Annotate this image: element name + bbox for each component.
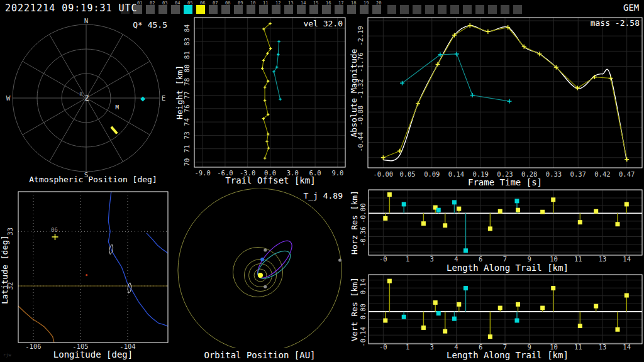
data-point-marker bbox=[464, 286, 468, 290]
shower-code: GEM bbox=[623, 3, 639, 13]
x-tick-label: 6 bbox=[479, 255, 482, 263]
frame-box-label: 11 bbox=[263, 1, 268, 6]
compass-n: N bbox=[84, 17, 89, 25]
watermark: rjw bbox=[3, 353, 11, 358]
data-point-marker bbox=[452, 317, 457, 321]
frame-box-13[interactable] bbox=[284, 5, 293, 14]
frame-box-label: 14 bbox=[301, 1, 306, 6]
frame-box-04[interactable] bbox=[171, 5, 180, 14]
data-point-marker bbox=[433, 300, 438, 305]
frame-box-label: 16 bbox=[326, 1, 331, 6]
data-point-marker bbox=[383, 318, 387, 322]
data-point-marker bbox=[594, 209, 598, 214]
velocity-annotation: vel 32.0 bbox=[280, 19, 343, 28]
frame-box-label: 07 bbox=[213, 1, 218, 6]
horz-res-panel: -013467910111314-0.00-0.36Horz Res [km] bbox=[350, 190, 642, 263]
data-point-marker bbox=[540, 305, 545, 310]
venus-body bbox=[264, 285, 267, 288]
data-point-marker bbox=[383, 216, 387, 221]
data-point-marker bbox=[402, 315, 406, 319]
frame-box-extra[interactable] bbox=[425, 5, 434, 14]
frame-box-label: 05 bbox=[187, 1, 192, 6]
svg-text:Absolute Magnitude: Absolute Magnitude bbox=[349, 48, 358, 137]
frame-box-extra[interactable] bbox=[513, 5, 522, 14]
compass-e: E bbox=[162, 94, 166, 102]
frame-box-08[interactable] bbox=[221, 5, 230, 14]
svg-text:84: 84 bbox=[183, 25, 191, 33]
svg-text:-2.19: -2.19 bbox=[357, 26, 364, 46]
q-star-annotation: Q* 45.5 bbox=[123, 20, 167, 30]
horz-res-xlabel: Length Along Trail [km] bbox=[447, 263, 564, 273]
frame-box-16[interactable] bbox=[322, 5, 331, 14]
data-point-marker bbox=[464, 248, 468, 253]
frame-box-label: 03 bbox=[162, 1, 167, 6]
frame-box-extra[interactable] bbox=[400, 5, 409, 14]
data-point-marker bbox=[436, 311, 441, 315]
frame-box-03[interactable] bbox=[158, 5, 167, 14]
data-point-marker bbox=[578, 220, 582, 224]
frame-box-label: 08 bbox=[225, 1, 230, 6]
frame-box-19[interactable] bbox=[360, 5, 369, 14]
frame-box-extra[interactable] bbox=[387, 5, 396, 14]
data-point-marker bbox=[578, 324, 582, 328]
frame-box-extra[interactable] bbox=[475, 5, 484, 14]
frame-box-label: 13 bbox=[288, 1, 293, 6]
orbit-graphics bbox=[178, 189, 341, 352]
frame-box-extra[interactable] bbox=[501, 5, 509, 14]
svg-text:70: 70 bbox=[183, 158, 191, 167]
frame-box-extra[interactable] bbox=[413, 5, 421, 14]
frame-box-14[interactable] bbox=[297, 5, 306, 14]
frame-box-05[interactable] bbox=[184, 5, 192, 14]
frame-box-09[interactable] bbox=[234, 5, 243, 14]
frame-box-label: 17 bbox=[338, 1, 343, 6]
app-screen: NSWERZM-9.0-6.0-3.00.03.06.09.0707173747… bbox=[0, 0, 644, 362]
mass-annotation: mass -2.58 bbox=[566, 18, 640, 28]
frame-box-18[interactable] bbox=[347, 5, 356, 14]
svg-text:0.14: 0.14 bbox=[359, 278, 367, 294]
atmospheric-xlabel: Atmospheric Position [deg] bbox=[18, 175, 169, 184]
frame-box-06[interactable] bbox=[196, 5, 205, 14]
frame-box-12[interactable] bbox=[272, 5, 280, 14]
data-point-marker bbox=[498, 305, 502, 310]
plot-frame bbox=[18, 192, 168, 343]
sun-body bbox=[258, 273, 263, 278]
tisserand-annotation: T_j 4.89 bbox=[286, 191, 343, 200]
frame-box-extra[interactable] bbox=[450, 5, 459, 14]
x-tick-label: 0.37 bbox=[570, 170, 586, 178]
frame-box-extra[interactable] bbox=[463, 5, 472, 14]
compass-w: W bbox=[6, 94, 11, 102]
data-point-marker bbox=[514, 199, 519, 203]
frame-box-extra[interactable] bbox=[488, 5, 497, 14]
data-point-marker bbox=[540, 210, 545, 214]
frame-box-11[interactable] bbox=[259, 5, 268, 14]
x-tick-label: 0.42 bbox=[594, 170, 610, 178]
x-tick-label: 11 bbox=[574, 255, 582, 263]
map-panel: 06-106-105-1043332Latitude [deg] bbox=[0, 192, 168, 350]
data-point-marker bbox=[516, 302, 520, 307]
svg-text:Height [km]: Height [km] bbox=[175, 65, 184, 119]
frame-box-label: 02 bbox=[150, 1, 155, 6]
frame-box-label: 15 bbox=[313, 1, 318, 6]
orbit-xlabel: Orbital Position [AU] bbox=[201, 350, 318, 360]
frame-box-label: 12 bbox=[275, 1, 280, 6]
river-line bbox=[108, 192, 167, 326]
frame-box-02[interactable] bbox=[146, 5, 155, 14]
magnitude-xlabel: Frame Time [s] bbox=[447, 177, 564, 187]
frame-box-label: 09 bbox=[238, 1, 243, 6]
mars-body bbox=[264, 248, 267, 251]
x-tick-label: 0.47 bbox=[619, 170, 635, 178]
data-point-marker bbox=[421, 326, 426, 330]
frame-box-10[interactable] bbox=[247, 5, 255, 14]
river-line bbox=[147, 233, 168, 253]
frame-box-17[interactable] bbox=[335, 5, 343, 14]
frame-box-extra[interactable] bbox=[438, 5, 447, 14]
vert-res-xlabel: Length Along Trail [km] bbox=[447, 350, 564, 360]
data-point-marker bbox=[615, 327, 619, 332]
planet-orbit bbox=[178, 189, 341, 352]
frame-box-07[interactable] bbox=[209, 5, 218, 14]
meteor-trail-marker bbox=[111, 127, 117, 134]
x-tick-label: 9 bbox=[528, 255, 531, 263]
frame-box-20[interactable] bbox=[372, 5, 381, 14]
x-tick-label: 0.09 bbox=[424, 170, 440, 178]
frame-box-15[interactable] bbox=[309, 5, 318, 14]
